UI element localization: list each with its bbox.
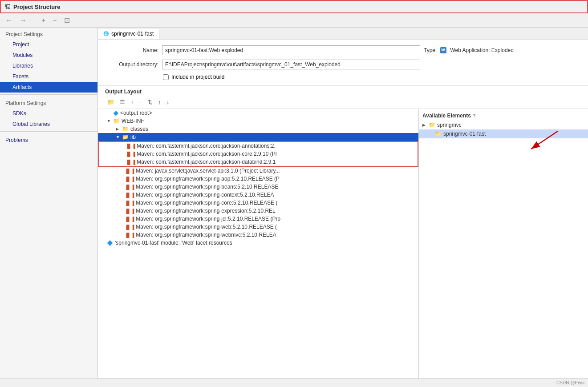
maven-icon-9: ▐▌▐ xyxy=(125,209,134,214)
output-dir-label: Output directory: xyxy=(105,61,158,68)
maven-icon-5: ▐▌▐ xyxy=(125,177,134,181)
sidebar-item-project[interactable]: Project xyxy=(0,39,97,50)
help-icon[interactable]: ? xyxy=(473,113,476,118)
folder-icon-lib: 📁 xyxy=(122,134,129,140)
include-build-label: Include in project build xyxy=(171,74,224,80)
sidebar-item-modules[interactable]: Modules xyxy=(0,50,97,60)
tree-item-classes[interactable]: ▶ 📁 classes xyxy=(98,125,418,133)
tab-icon: 🌐 xyxy=(103,31,109,36)
move-down-button[interactable]: ↓ xyxy=(164,97,172,107)
tree-item-maven8[interactable]: ▐▌▐ Maven: org.springframework:spring-co… xyxy=(98,199,418,207)
tree-item-maven1[interactable]: ▐▌▐ Maven: com.fasterxml.jackson.core:ja… xyxy=(99,142,418,150)
web-app-icon xyxy=(440,47,446,53)
maven-icon-4: ▐▌▐ xyxy=(125,169,134,173)
output-dir-input[interactable] xyxy=(162,60,420,69)
tree-item-maven11[interactable]: ▐▌▐ Maven: org.springframework:spring-we… xyxy=(98,223,418,231)
output-layout-section: Output Layout xyxy=(98,86,588,95)
tree-item-maven10[interactable]: ▐▌▐ Maven: org.springframework:spring-jc… xyxy=(98,215,418,223)
output-layout-label: Output Layout xyxy=(105,89,142,95)
create-dir-button[interactable]: 📁 xyxy=(105,97,117,107)
title-text: Project Structure xyxy=(13,4,60,10)
expand-icon-lib: ▼ xyxy=(116,135,122,139)
name-row: Name: Type: Web Application: Exploded xyxy=(105,45,581,55)
config-area: Name: Type: Web Application: Exploded Ou… xyxy=(98,40,588,86)
expand-springmvc: ▶ xyxy=(422,123,429,127)
move-up-button[interactable]: ↑ xyxy=(156,97,163,107)
available-pane: Available Elements ? ▶ 📁 springmvc 📁 spr… xyxy=(419,109,588,378)
maven-icon-11: ▐▌▐ xyxy=(125,225,134,230)
back-button[interactable]: ← xyxy=(4,16,14,25)
expand-icon-webinf: ▼ xyxy=(107,119,113,123)
sidebar: Project Settings Project Modules Librari… xyxy=(0,28,98,378)
sidebar-item-facets[interactable]: Facets xyxy=(0,71,97,82)
folder-icon-classes: 📁 xyxy=(122,126,129,132)
maven-icon-10: ▐▌▐ xyxy=(125,217,134,222)
maven-icon-6: ▐▌▐ xyxy=(125,185,134,189)
bottom-bar: CSDN @Peisi xyxy=(0,378,588,387)
copy-button[interactable]: ⊡ xyxy=(62,15,72,25)
tab-springmvc[interactable]: 🌐 springmvc-01-fast xyxy=(98,29,159,39)
split-pane: 🔷 <output root> ▼ 📁 WEB-INF ▶ 📁 classes xyxy=(98,109,588,378)
maven-icon-1: ▐▌▐ xyxy=(126,144,135,149)
tree-item-output-root[interactable]: 🔷 <output root> xyxy=(98,109,418,117)
tree-item-maven2[interactable]: ▐▌▐ Maven: com.fasterxml.jackson.core:ja… xyxy=(99,150,418,158)
artifact-icon: 🔷 xyxy=(113,111,118,116)
folder-icon-springmvc01: 📁 xyxy=(435,131,442,137)
sidebar-divider-2 xyxy=(0,131,97,132)
available-item-springmvc[interactable]: ▶ 📁 springmvc xyxy=(419,121,588,129)
sidebar-item-problems[interactable]: Problems xyxy=(0,133,97,147)
include-build-checkbox[interactable] xyxy=(163,74,169,80)
title-bar: 🏗 Project Structure xyxy=(0,0,588,13)
tree-item-maven5[interactable]: ▐▌▐ Maven: org.springframework:spring-ao… xyxy=(98,175,418,183)
available-item-springmvc-01-fast[interactable]: 📁 springmvc-01-fast xyxy=(419,129,588,138)
nav-bar: ← → + − ⊡ xyxy=(0,13,588,28)
type-label: Type: xyxy=(424,47,437,53)
output-toolbar: 📁 ☰ + − ⇅ ↑ ↓ xyxy=(98,95,588,109)
output-dir-row: Output directory: xyxy=(105,60,581,69)
maven-icon-8: ▐▌▐ xyxy=(125,201,134,206)
watermark: CSDN @Peisi xyxy=(556,380,584,385)
maven-icon-7: ▐▌▐ xyxy=(125,193,134,198)
maven-icon-2: ▐▌▐ xyxy=(126,152,135,157)
tree-item-maven6[interactable]: ▐▌▐ Maven: org.springframework:spring-be… xyxy=(98,183,418,191)
sidebar-item-libraries[interactable]: Libraries xyxy=(0,60,97,71)
tree-item-maven3[interactable]: ▐▌▐ Maven: com.fasterxml.jackson.core:ja… xyxy=(99,158,418,166)
folder-icon-webinf: 📁 xyxy=(113,118,120,124)
tab-label: springmvc-01-fast xyxy=(111,31,154,37)
type-value: Web Application: Exploded xyxy=(440,47,514,53)
tree-item-web-inf[interactable]: ▼ 📁 WEB-INF xyxy=(98,117,418,125)
sidebar-item-sdks[interactable]: SDKs xyxy=(0,108,97,119)
tab-bar: 🌐 springmvc-01-fast xyxy=(98,28,588,40)
name-input[interactable] xyxy=(162,45,420,55)
sidebar-item-artifacts[interactable]: Artifacts xyxy=(0,82,97,93)
sidebar-divider xyxy=(0,94,97,95)
project-settings-header: Project Settings xyxy=(0,28,97,39)
maven-icon-12: ▐▌▐ xyxy=(125,233,134,238)
sort-button[interactable]: ☰ xyxy=(118,97,127,107)
name-label: Name: xyxy=(105,47,158,53)
tree-pane: 🔷 <output root> ▼ 📁 WEB-INF ▶ 📁 classes xyxy=(98,109,419,378)
platform-settings-header: Platform Settings xyxy=(0,97,97,108)
sidebar-item-global-libraries[interactable]: Global Libraries xyxy=(0,119,97,129)
remove-button[interactable]: − xyxy=(51,16,58,25)
module-icon: 🔷 xyxy=(107,240,113,246)
add-elem-button[interactable]: + xyxy=(128,97,136,107)
folder-icon-springmvc: 📁 xyxy=(429,122,435,128)
forward-button[interactable]: → xyxy=(18,16,28,25)
available-header: Available Elements ? xyxy=(419,111,588,121)
tree-item-maven9[interactable]: ▐▌▐ Maven: org.springframework:spring-ex… xyxy=(98,207,418,215)
content-area: 🌐 springmvc-01-fast Name: Type: Web Appl… xyxy=(98,28,588,378)
tree-item-maven12[interactable]: ▐▌▐ Maven: org.springframework:spring-we… xyxy=(98,231,418,239)
app-icon: 🏗 xyxy=(4,3,11,10)
expand-icon-classes: ▶ xyxy=(116,127,122,131)
include-build-row: Include in project build xyxy=(105,74,581,80)
tree-item-maven4[interactable]: ▐▌▐ Maven: javax.servlet:javax.servlet-a… xyxy=(98,167,418,175)
add-button[interactable]: + xyxy=(40,16,47,25)
sort-az-button[interactable]: ⇅ xyxy=(146,97,155,107)
tree-item-maven7[interactable]: ▐▌▐ Maven: org.springframework:spring-co… xyxy=(98,191,418,199)
maven-icon-3: ▐▌▐ xyxy=(126,160,135,165)
tree-item-facet-resources[interactable]: 🔷 'springmvc-01-fast' module: 'Web' face… xyxy=(98,239,418,247)
remove-elem-button[interactable]: − xyxy=(137,97,145,107)
tree-item-lib[interactable]: ▼ 📁 lib xyxy=(98,133,418,141)
